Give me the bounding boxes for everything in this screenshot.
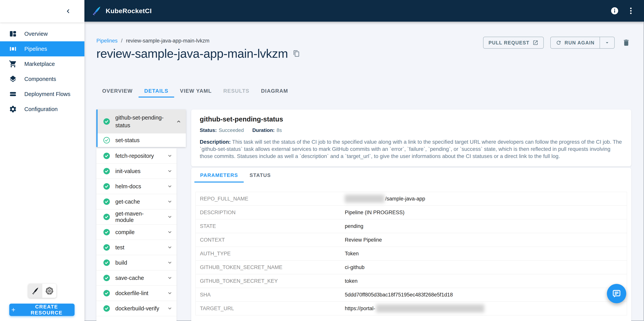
cart-icon (9, 60, 17, 68)
param-row-repo_full_name: REPO_FULL_NAME/sample-java-app (196, 192, 627, 206)
param-row-sha: SHA5ddd70ff805d3bac18f75195ec483f268e5f1… (196, 288, 627, 302)
tab-overview[interactable]: OVERVIEW (96, 85, 138, 97)
details-layout: github-set-pending-statusset-statusfetch… (96, 110, 631, 321)
run-again-button[interactable]: RUN AGAIN (551, 37, 600, 48)
sidebar-item-label: Deployment Flows (24, 91, 70, 97)
task-name: dockerbuild-verify (115, 305, 162, 312)
task-name: get-cache (115, 198, 162, 205)
info-icon (610, 6, 619, 15)
success-check-icon (103, 183, 110, 190)
tab-details[interactable]: DETAILS (138, 85, 174, 97)
sidebar-nav: OverviewPipelinesMarketplaceComponentsDe… (0, 26, 84, 117)
param-value: ci-github (345, 264, 364, 270)
param-value-text: Pipeline (IN PROGRESS) (345, 210, 404, 216)
sidebar-item-overview[interactable]: Overview (0, 26, 84, 41)
chevron-down-icon[interactable] (167, 184, 173, 189)
task-item-get-maven-module[interactable]: get-maven-module (96, 209, 176, 224)
sidebar-header (0, 0, 84, 22)
copy-name-button[interactable] (293, 50, 300, 57)
tab-view-yaml[interactable]: VIEW YAML (174, 85, 218, 97)
duration-label: Duration: (252, 127, 275, 133)
chevron-down-icon[interactable] (167, 275, 173, 281)
chevron-down-icon[interactable] (167, 168, 173, 174)
task-item-fetch-repository[interactable]: fetch-repository (96, 148, 176, 164)
task-item-get-cache[interactable]: get-cache (96, 194, 176, 209)
chevron-down-icon[interactable] (167, 260, 173, 266)
kuberocketci-view-toggle[interactable] (28, 284, 42, 298)
success-check-icon (103, 118, 110, 125)
param-key: STATE (196, 223, 345, 229)
sidebar-item-components[interactable]: Components (0, 72, 84, 86)
chevron-down-icon[interactable] (167, 244, 173, 250)
chevron-down-icon[interactable] (167, 153, 173, 159)
run-again-dropdown-button[interactable] (600, 37, 614, 48)
task-detail-subtabs: PARAMETERSSTATUS (191, 168, 631, 182)
breadcrumb-pipelines-link[interactable]: Pipelines (96, 38, 118, 44)
task-name: helm-docs (115, 183, 162, 190)
redacted-value (345, 195, 384, 203)
chevron-down-icon[interactable] (167, 214, 173, 220)
sidebar-item-label: Marketplace (24, 61, 55, 67)
dashboard-icon (9, 30, 17, 38)
chevron-down-icon[interactable] (167, 290, 173, 296)
sidebar-item-pipelines[interactable]: Pipelines (0, 41, 84, 56)
duration-value: 8s (276, 127, 282, 133)
info-button[interactable] (609, 6, 620, 16)
param-value-text: https://portal- (345, 306, 375, 312)
kubernetes-view-toggle[interactable] (42, 284, 56, 298)
task-item-dockerfile-lint[interactable]: dockerfile-lint (96, 286, 176, 301)
create-resource-button[interactable]: CREATE RESOURCE (9, 304, 74, 316)
description-text: This task will set the status of the CI … (200, 139, 622, 159)
description-label: Description: (200, 139, 231, 145)
task-name: dockerfile-lint (115, 290, 162, 296)
param-key: DESCRIPTION (196, 210, 345, 216)
task-list-column: github-set-pending-statusset-statusfetch… (96, 110, 186, 321)
chevron-down-icon[interactable] (167, 229, 173, 235)
chevron-down-icon[interactable] (167, 199, 173, 204)
sidebar-item-label: Configuration (24, 106, 58, 112)
overflow-menu-button[interactable] (626, 6, 636, 16)
tab-diagram[interactable]: DIAGRAM (255, 85, 294, 97)
sidebar-item-marketplace[interactable]: Marketplace (0, 56, 84, 72)
sidebar-collapse-button[interactable] (63, 6, 73, 16)
app-title: KubeRocketCI (106, 7, 152, 15)
chevron-down-icon[interactable] (167, 306, 173, 311)
flows-icon (9, 90, 17, 98)
task-item-github-set-pending-status[interactable]: github-set-pending-status (98, 110, 186, 134)
chat-fab-button[interactable] (607, 284, 626, 303)
chevron-up-icon[interactable] (176, 118, 182, 124)
param-row-context: CONTEXTReview Pipeline (196, 233, 627, 247)
chevron-left-icon (65, 8, 71, 14)
success-check-icon (103, 152, 110, 160)
task-item-test[interactable]: test (96, 240, 176, 255)
sidebar-item-configuration[interactable]: Configuration (0, 102, 84, 117)
param-value-text: Review Pipeline (345, 237, 382, 243)
delete-pipeline-button[interactable] (621, 38, 631, 48)
task-item-build[interactable]: build (96, 255, 176, 270)
param-value: /sample-java-app (345, 195, 425, 203)
tab-results: RESULTS (218, 85, 255, 97)
task-item-compile[interactable]: compile (96, 224, 176, 240)
caret-down-icon (604, 40, 610, 46)
header-actions: PULL REQUEST RUN AGAIN (483, 37, 631, 49)
param-row-description: DESCRIPTIONPipeline (IN PROGRESS) (196, 206, 627, 220)
subtab-parameters[interactable]: PARAMETERS (194, 168, 244, 182)
pull-request-button[interactable]: PULL REQUEST (483, 37, 544, 49)
task-item-init-values[interactable]: init-values (96, 164, 176, 179)
sidebar-item-label: Components (24, 76, 56, 82)
run-again-split-button: RUN AGAIN (550, 37, 615, 49)
param-value-text: Token (345, 251, 359, 257)
task-step-set-status[interactable]: set-status (98, 134, 186, 147)
param-row-github_token_secret_key: GITHUB_TOKEN_SECRET_KEYtoken (196, 274, 627, 288)
param-key: SHA (196, 292, 345, 298)
task-item-dockerbuild-verify[interactable]: dockerbuild-verify (96, 301, 176, 316)
task-item-save-cache[interactable]: save-cache (96, 270, 176, 286)
subtab-status[interactable]: STATUS (244, 168, 276, 182)
app-logo[interactable]: KubeRocketCI (91, 5, 152, 16)
sidebar-item-deployment-flows[interactable]: Deployment Flows (0, 86, 84, 102)
provider-toggle (28, 284, 56, 298)
param-value-text: /sample-java-app (385, 196, 425, 202)
task-item-helm-docs[interactable]: helm-docs (96, 179, 176, 194)
app-window: OverviewPipelinesMarketplaceComponentsDe… (0, 0, 644, 321)
param-key: CONTEXT (196, 237, 345, 243)
